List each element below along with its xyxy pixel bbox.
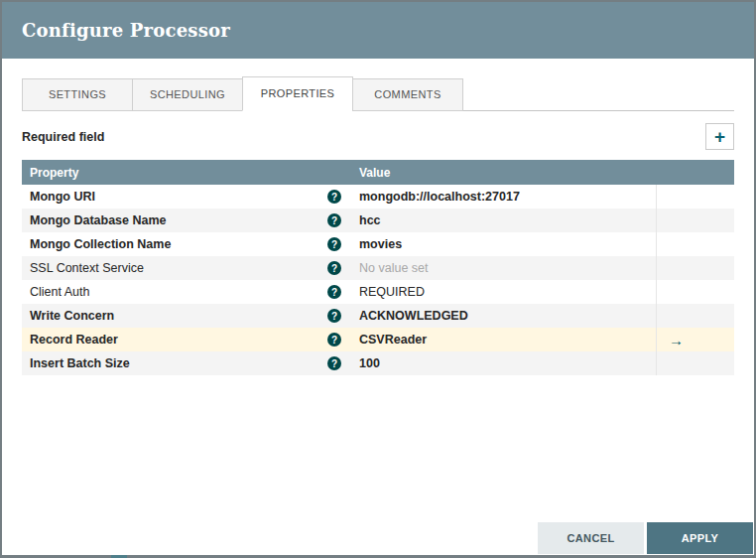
configure-processor-dialog: Configure Processor SETTINGS SCHEDULING … bbox=[2, 2, 754, 555]
tab-settings[interactable]: SETTINGS bbox=[22, 78, 133, 111]
property-value[interactable]: 100 bbox=[359, 356, 380, 370]
property-name: SSL Context Service bbox=[30, 261, 144, 275]
table-row[interactable]: Mongo URI ? mongodb://localhost:27017 bbox=[22, 185, 734, 209]
cancel-button[interactable]: CANCEL bbox=[538, 522, 644, 554]
help-icon[interactable]: ? bbox=[327, 237, 341, 251]
table-row[interactable]: SSL Context Service ? No value set bbox=[22, 256, 734, 280]
help-icon[interactable]: ? bbox=[327, 213, 341, 227]
properties-toolbar: Required field + bbox=[22, 123, 734, 150]
help-icon[interactable]: ? bbox=[327, 190, 341, 204]
dialog-title: Configure Processor bbox=[22, 20, 230, 41]
table-row[interactable]: Record Reader ? CSVReader → bbox=[22, 328, 734, 351]
tab-comments[interactable]: COMMENTS bbox=[352, 78, 463, 111]
property-value[interactable]: mongodb://localhost:27017 bbox=[359, 190, 520, 204]
table-row[interactable]: Mongo Collection Name ? movies bbox=[22, 232, 734, 256]
dialog-footer: CANCEL APPLY bbox=[2, 522, 754, 555]
property-name: Mongo URI bbox=[30, 190, 95, 204]
add-property-button[interactable]: + bbox=[705, 123, 734, 150]
apply-button[interactable]: APPLY bbox=[647, 522, 753, 554]
tab-scheduling[interactable]: SCHEDULING bbox=[132, 78, 243, 111]
table-row[interactable]: Write Concern ? ACKNOWLEDGED bbox=[22, 304, 734, 328]
property-value[interactable]: REQUIRED bbox=[359, 285, 425, 299]
property-name: Insert Batch Size bbox=[30, 356, 130, 370]
property-name: Mongo Database Name bbox=[30, 213, 167, 227]
help-icon[interactable]: ? bbox=[327, 333, 341, 347]
property-value[interactable]: CSVReader bbox=[359, 333, 427, 347]
help-icon[interactable]: ? bbox=[327, 285, 341, 299]
table-row[interactable]: Client Auth ? REQUIRED bbox=[22, 280, 734, 304]
table-row[interactable]: Mongo Database Name ? hcc bbox=[22, 209, 734, 232]
property-name: Mongo Collection Name bbox=[30, 237, 171, 251]
tab-bar: SETTINGS SCHEDULING PROPERTIES COMMENTS bbox=[22, 76, 734, 111]
property-name: Client Auth bbox=[30, 285, 89, 299]
column-header-property: Property bbox=[22, 166, 351, 180]
property-value[interactable]: No value set bbox=[359, 261, 428, 275]
table-header-row: Property Value bbox=[22, 160, 734, 185]
dialog-header: Configure Processor bbox=[2, 2, 754, 59]
dialog-body: SETTINGS SCHEDULING PROPERTIES COMMENTS … bbox=[2, 59, 754, 522]
property-value[interactable]: hcc bbox=[359, 213, 381, 227]
property-name: Write Concern bbox=[30, 309, 114, 323]
plus-icon: + bbox=[714, 127, 725, 146]
go-to-service-arrow-icon[interactable]: → bbox=[669, 332, 684, 349]
required-field-label: Required field bbox=[22, 130, 104, 144]
help-icon[interactable]: ? bbox=[327, 309, 341, 323]
table-row[interactable]: Insert Batch Size ? 100 bbox=[22, 351, 734, 375]
property-value[interactable]: ACKNOWLEDGED bbox=[359, 309, 468, 323]
help-icon[interactable]: ? bbox=[327, 356, 341, 370]
tab-properties[interactable]: PROPERTIES bbox=[242, 76, 353, 111]
help-icon[interactable]: ? bbox=[327, 261, 341, 275]
property-name: Record Reader bbox=[30, 333, 118, 347]
property-value[interactable]: movies bbox=[359, 237, 402, 251]
properties-table: Property Value Mongo URI ? mongodb://loc… bbox=[22, 160, 734, 375]
column-header-value: Value bbox=[351, 166, 656, 180]
